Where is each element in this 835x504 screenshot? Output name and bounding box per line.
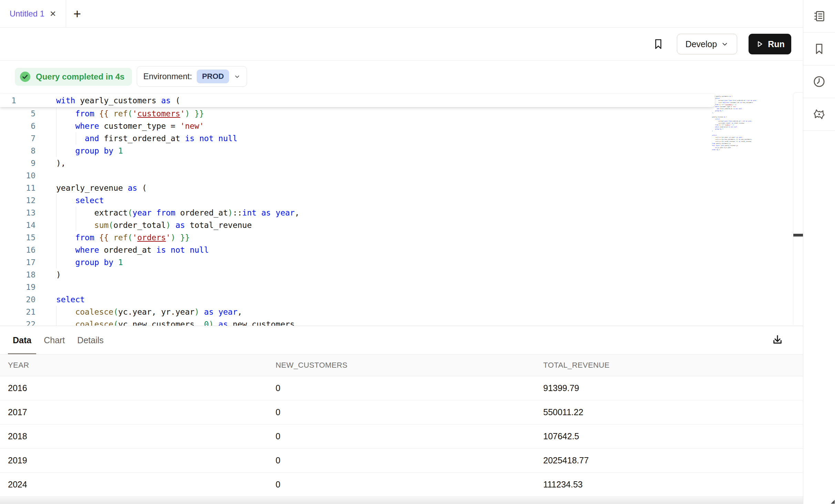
sidebar-item-copilot[interactable] [803,98,835,131]
compass-star-icon [812,107,826,122]
table-cell: 0 [268,407,535,417]
table-header: YEAR NEW_CUSTOMERS TOTAL_REVENUE [0,354,803,376]
play-icon [755,40,764,49]
sidebar-item-history[interactable] [803,65,835,98]
line-number: 10 [0,169,35,182]
code-line-22: 22 coalesce(yc.new_customers, 0) as new_… [0,318,762,326]
sql-editor[interactable]: 5 from {{ ref('customers') }}6 where cus… [0,91,803,326]
editor-scrollbar-track[interactable] [793,92,803,325]
results-panel: Data Chart Details YEAR NEW_CUSTOMERS TO… [0,326,803,504]
notebook-icon [813,10,826,23]
table-cell: 2019 [0,455,268,465]
line-number: 13 [0,207,35,219]
code-line-7: 7 and first_ordered_at is not null [0,132,762,145]
tab-chart-label: Chart [44,335,65,345]
download-icon [771,333,784,346]
status-row: Query completed in 4s Environment: PROD [0,61,803,91]
environment-value-pill: PROD [197,70,229,83]
line-number: 15 [0,231,35,244]
code-line-13: 13 extract(year from ordered_at)::int as… [0,207,762,219]
table-cell: 2024 [0,480,268,490]
table-cell: 111234.53 [535,480,803,490]
run-button[interactable]: Run [749,34,791,54]
table-row: 20180107642.5 [0,424,803,449]
clock-icon [812,75,826,88]
tab-untitled-1[interactable]: Untitled 1 ✕ [0,0,66,28]
line-number: 17 [0,256,35,269]
line-number: 22 [0,318,35,326]
table-cell: 2025418.77 [535,455,803,465]
code-line-6: 6 where customer_type = 'new' [0,120,762,132]
tab-chart[interactable]: Chart [39,326,70,354]
plus-icon: + [73,7,81,21]
table-cell: 0 [268,431,535,441]
code-line-15: 15 from {{ ref('orders') }} [0,231,762,244]
line-number: 14 [0,219,35,231]
bookmark-icon [813,42,826,55]
editor-scrollbar-thumb[interactable] [793,234,803,237]
table-cell: 0 [268,480,535,490]
right-sidebar [803,0,835,504]
line-number: 18 [0,269,35,281]
table-body: 2016091399.7920170550011.2220180107642.5… [0,376,803,497]
bookmark-button[interactable] [652,38,664,51]
tab-data[interactable]: Data [8,326,36,354]
table-cell: 550011.22 [535,407,803,417]
code-line-20: 20select [0,293,762,306]
column-header-new-customers: NEW_CUSTOMERS [268,361,535,370]
code-line-21: 21 coalesce(yc.year, yr.year) as year, [0,306,762,318]
environment-label: Environment: [143,72,192,81]
new-tab-button[interactable]: + [68,0,86,28]
code-line-14: 14 sum(order_total) as total_revenue [0,219,762,231]
develop-label: Develop [685,39,717,49]
query-status-text: Query completed in 4s [36,72,124,82]
line-number: 16 [0,244,35,256]
table-cell: 2016 [0,383,268,393]
code-line-11: 11yearly_revenue as ( [0,182,762,194]
editor-tab-bar: Untitled 1 ✕ + [0,0,803,28]
environment-select[interactable]: Environment: PROD [137,66,247,87]
sticky-line-number: 1 [11,94,16,107]
download-button[interactable] [769,332,786,348]
table-cell: 107642.5 [535,431,803,441]
chevron-down-icon [721,40,729,48]
column-header-year: YEAR [0,361,268,370]
line-number: 19 [0,281,35,293]
code-line-10: 10 [0,169,762,182]
line-number: 11 [0,182,35,194]
code-line-9: 9), [0,157,762,169]
develop-dropdown[interactable]: Develop [677,34,737,54]
line-number: 20 [0,293,35,306]
check-circle-icon [19,71,31,83]
code-line-17: 17 group by 1 [0,256,762,269]
sticky-line: 1 with yearly_customers as ( [0,94,715,107]
line-number: 9 [0,157,35,169]
table-cell: 2018 [0,431,268,441]
resize-corner-mark [831,500,835,504]
toolbar: Develop Run [0,28,803,61]
sticky-line-code: with yearly_customers as ( [56,94,180,107]
main-area: Untitled 1 ✕ + Develop Run [0,0,803,504]
close-icon[interactable]: ✕ [50,10,56,18]
code-line-12: 12 select [0,194,762,207]
tab-details[interactable]: Details [72,326,108,354]
sidebar-item-bookmarks[interactable] [803,33,835,65]
table-cell: 2017 [0,407,268,417]
sidebar-item-notebook[interactable] [803,0,835,33]
tab-data-label: Data [13,335,31,345]
minimap[interactable]: with yearly_customers as ( select extrac… [712,95,755,150]
table-row: 20170550011.22 [0,400,803,424]
line-number: 21 [0,306,35,318]
tab-label: Untitled 1 [10,9,44,19]
table-row: 201902025418.77 [0,449,803,473]
tab-details-label: Details [77,335,103,345]
table-cell: 0 [268,455,535,465]
line-number: 8 [0,145,35,157]
table-cell: 0 [268,383,535,393]
bookmark-icon [652,38,664,51]
column-header-total-revenue: TOTAL_REVENUE [535,361,803,370]
line-number: 12 [0,194,35,207]
code-line-18: 18) [0,269,762,281]
table-cell: 91399.79 [535,383,803,393]
table-row: 20240111234.53 [0,473,803,497]
